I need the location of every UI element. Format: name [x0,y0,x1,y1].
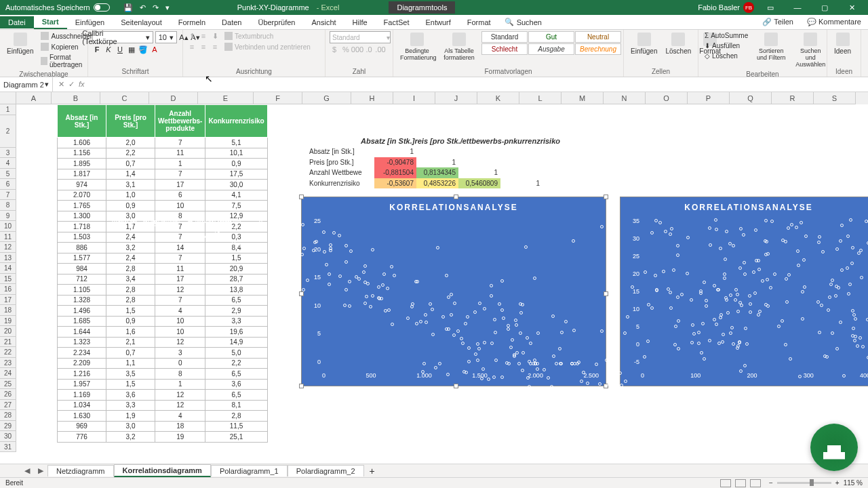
bold-button[interactable]: F [92,45,102,54]
style-gut[interactable]: Gut [528,31,574,43]
data-cell[interactable]: 1.300 [58,211,106,222]
data-cell[interactable]: 11 [155,148,205,159]
data-cell[interactable]: 2,2 [106,148,155,159]
corr-cell[interactable]: -0,53607 [374,178,416,189]
corr-row-label[interactable]: Anzahl Wettbewe [307,167,374,178]
data-cell[interactable]: 3,2 [106,243,155,253]
data-cell[interactable]: 1.328 [58,295,106,306]
tab-seitenlayout[interactable]: Seitenlayout [113,16,170,28]
data-cell[interactable]: 10,1 [205,148,267,159]
corr-cell[interactable]: 1 [374,146,416,157]
font-color-button[interactable]: A [150,45,159,54]
chart-correlation-1[interactable]: KORRELATIONSANALYSE 2520151050 05001.000… [301,197,606,386]
data-cell[interactable]: 1,5 [205,253,267,264]
data-cell[interactable]: 2.070 [58,190,106,201]
data-cell[interactable]: 12 [155,337,205,348]
data-cell[interactable]: 0 [155,358,205,369]
data-cell[interactable]: 10 [155,201,205,211]
data-cell[interactable]: 5,0 [205,348,267,359]
corr-cell[interactable]: 1 [458,167,500,178]
minimize-icon[interactable]: — [787,3,808,12]
col-head-I[interactable]: I [393,92,435,104]
data-cell[interactable]: 4 [155,306,205,317]
row-head-15[interactable]: 15 [0,274,16,285]
row-head-4[interactable]: 4 [0,158,16,169]
row-head-12[interactable]: 12 [0,242,16,253]
data-cell[interactable]: 7 [155,232,205,243]
data-cell[interactable]: 1.765 [58,201,106,211]
col-head-S[interactable]: S [814,92,856,104]
data-cell[interactable]: 0,9 [106,316,155,327]
tab-daten[interactable]: Daten [214,16,250,28]
row-head-23[interactable]: 23 [0,358,16,369]
style-schlecht[interactable]: Schlecht [481,43,528,55]
tab-einfuegen[interactable]: Einfügen [67,16,113,28]
sheet-tab-korrelationsdiagramm[interactable]: Korrelationsdiagramm [114,464,211,477]
data-cell[interactable]: 3,3 [106,400,155,411]
data-cell[interactable]: 13,8 [205,285,267,296]
row-head-17[interactable]: 17 [0,295,16,306]
col-head-C[interactable]: C [100,92,149,104]
data-cell[interactable]: 7 [155,295,205,306]
corr-cell[interactable] [500,157,542,168]
data-cell[interactable]: 712 [58,274,106,285]
save-icon[interactable]: 💾 [123,3,133,12]
corr-cell[interactable]: 0,5460809 [458,178,500,189]
data-cell[interactable]: 14,9 [205,337,267,348]
row-head-1[interactable]: 1 [0,104,16,115]
data-cell[interactable]: 0,7 [106,348,155,359]
data-cell[interactable]: 1.034 [58,400,106,411]
border-button[interactable]: ▦ [127,45,136,54]
data-cell[interactable]: 2.234 [58,348,106,359]
data-cell[interactable]: 2,4 [106,253,155,264]
data-cell[interactable]: 12 [155,390,205,401]
data-cell[interactable]: 2,8 [106,285,155,296]
data-cell[interactable]: 25,1 [205,432,267,443]
data-cell[interactable]: 19,6 [205,327,267,338]
user-account[interactable]: Fabio Basler FB [698,2,754,13]
tab-hilfe[interactable]: Hilfe [344,16,376,28]
col-head-R[interactable]: R [772,92,814,104]
data-cell[interactable]: 1.817 [58,169,106,180]
undo-icon[interactable]: ↶ [140,3,146,12]
data-cell[interactable]: 1,9 [106,411,155,422]
col-head-D[interactable]: D [149,92,198,104]
fill-button[interactable]: ⬇Ausfüllen [703,41,750,50]
data-cell[interactable]: 2,0 [106,138,155,148]
data-cell[interactable]: 1.718 [58,222,106,232]
data-cell[interactable]: 1,1 [106,358,155,369]
data-cell[interactable]: 28,7 [205,274,267,285]
data-cell[interactable]: 7 [155,169,205,180]
underline-button[interactable]: U [115,45,125,54]
data-cell[interactable]: 30,0 [205,180,267,190]
row-head-5[interactable]: 5 [0,169,16,180]
comma-icon[interactable]: 000 [353,45,362,54]
data-cell[interactable]: 1,4 [106,169,155,180]
corr-cell[interactable]: 0,8134345 [416,167,458,178]
comments-button[interactable]: 💬 Kommentare [800,18,868,26]
autosave-toggle[interactable]: Automatisches Speichern [5,3,110,12]
corr-cell[interactable] [458,146,500,157]
row-head-11[interactable]: 11 [0,232,16,243]
data-cell[interactable]: 1.957 [58,379,106,390]
style-berechnung[interactable]: Berechnung [575,43,621,55]
redo-icon[interactable]: ↷ [153,3,159,12]
col-head-H[interactable]: H [351,92,393,104]
percent-icon[interactable]: % [341,45,351,54]
tab-format[interactable]: Format [459,16,499,28]
wrap-text-button[interactable]: Textumbruch [222,31,313,41]
currency-icon[interactable]: $ [330,45,339,54]
ribbon-options-icon[interactable]: ▭ [760,3,781,12]
merge-center-button[interactable]: Verbinden und zentrieren [222,42,313,52]
data-cell[interactable]: 12 [155,400,205,411]
fill-color-button[interactable]: 🪣 [138,45,148,54]
data-cell[interactable]: 886 [58,243,106,253]
data-cell[interactable]: 969 [58,421,106,432]
tab-formeln[interactable]: Formeln [170,16,214,28]
data-cell[interactable]: 3 [155,348,205,359]
sort-filter-button[interactable]: Sortieren und Filtern [753,31,789,62]
data-cell[interactable]: 4,1 [205,190,267,201]
name-box[interactable]: Diagramm 2▾ [0,77,53,92]
col-head-G[interactable]: G [302,92,351,104]
page-layout-view-icon[interactable] [735,479,746,487]
